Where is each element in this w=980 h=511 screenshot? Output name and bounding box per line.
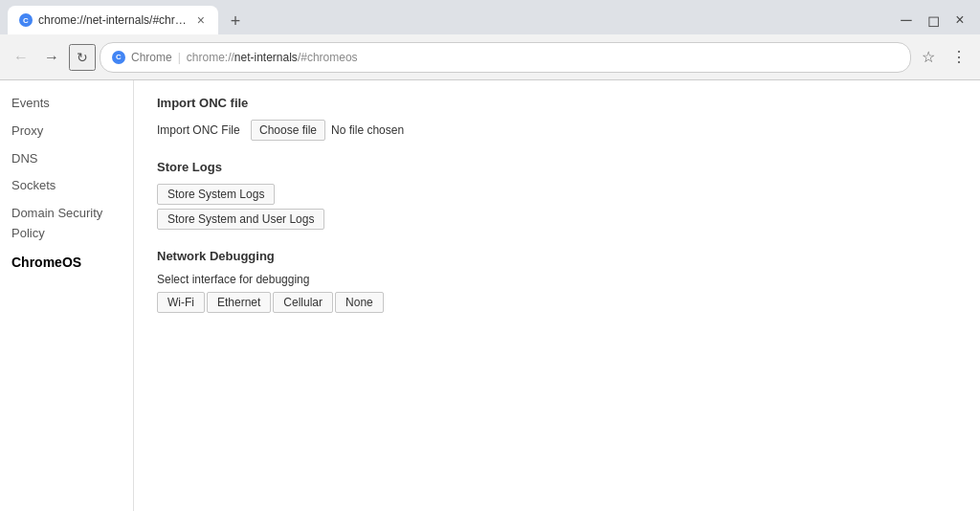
store-system-logs-button[interactable]: Store System Logs — [157, 184, 275, 205]
address-url: chrome://net-internals/#chromeos — [187, 51, 358, 64]
menu-button[interactable]: ⋮ — [946, 44, 972, 71]
store-logs-section: Store Logs Store System Logs Store Syste… — [157, 160, 957, 230]
none-button[interactable]: None — [335, 292, 384, 313]
store-logs-buttons: Store System Logs Store System and User … — [157, 184, 957, 230]
network-debugging-section: Network Debugging Select interface for d… — [157, 249, 957, 313]
sidebar-item-sockets[interactable]: Sockets — [0, 172, 133, 200]
import-onc-section: Import ONC file Import ONC File Choose f… — [157, 96, 957, 141]
address-favicon: C — [112, 51, 125, 64]
url-dim: chrome:// — [187, 51, 234, 64]
wifi-button[interactable]: Wi-Fi — [157, 292, 205, 313]
sidebar-item-proxy[interactable]: Proxy — [0, 118, 133, 145]
tab-title: chrome://net-internals/#chrom… — [38, 13, 189, 27]
store-logs-title: Store Logs — [157, 160, 957, 174]
import-onc-title: Import ONC file — [157, 96, 957, 110]
main-content: Import ONC file Import ONC File Choose f… — [134, 80, 980, 511]
ethernet-button[interactable]: Ethernet — [207, 292, 271, 313]
store-system-and-user-logs-button[interactable]: Store System and User Logs — [157, 209, 324, 230]
forward-button[interactable]: → — [38, 44, 65, 71]
bookmark-button[interactable]: ☆ — [915, 44, 942, 71]
file-input-wrap: Choose file No file chosen — [251, 120, 404, 141]
sidebar: Events Proxy DNS Sockets Domain Security… — [0, 80, 134, 511]
close-button[interactable]: × — [947, 8, 972, 33]
back-button[interactable]: ← — [8, 44, 34, 71]
sidebar-item-dns[interactable]: DNS — [0, 145, 133, 173]
reload-button[interactable]: ↻ — [69, 44, 96, 71]
sidebar-item-events[interactable]: Events — [0, 90, 133, 118]
active-tab[interactable]: C chrome://net-internals/#chrom… × — [8, 6, 218, 34]
choose-file-button[interactable]: Choose file — [251, 120, 325, 141]
select-interface-label: Select interface for debugging — [157, 273, 957, 286]
new-tab-button[interactable]: + — [222, 8, 249, 34]
sidebar-item-domain-security-policy[interactable]: Domain Security Policy — [0, 200, 133, 248]
maximize-button[interactable]: ◻ — [921, 8, 946, 33]
interface-buttons: Wi-Fi Ethernet Cellular None — [157, 292, 957, 313]
chrome-label: Chrome — [131, 51, 172, 64]
address-bar[interactable]: C Chrome | chrome://net-internals/#chrom… — [100, 42, 911, 73]
minimize-button[interactable]: ─ — [894, 8, 919, 33]
tab-close-icon[interactable]: × — [195, 11, 207, 29]
network-debugging-title: Network Debugging — [157, 249, 957, 263]
cellular-button[interactable]: Cellular — [273, 292, 333, 313]
sidebar-item-chromeos[interactable]: ChromeOS — [0, 248, 133, 277]
import-onc-label: Import ONC File — [157, 123, 243, 137]
no-file-text: No file chosen — [331, 123, 404, 137]
address-divider: | — [178, 51, 181, 64]
url-highlight: net-internals — [234, 51, 298, 64]
url-rest: /#chromeos — [298, 51, 358, 64]
tab-favicon: C — [19, 13, 33, 27]
